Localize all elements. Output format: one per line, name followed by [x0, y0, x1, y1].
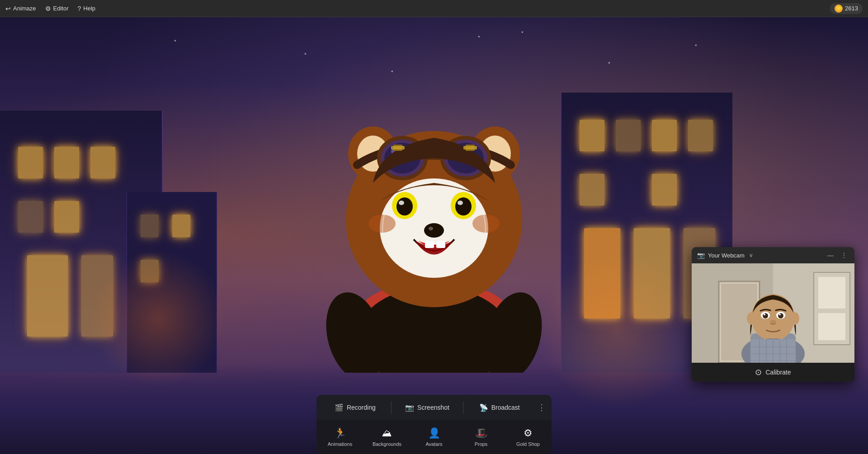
window-large [584, 228, 620, 318]
svg-point-50 [779, 314, 781, 315]
svg-point-25 [399, 201, 404, 205]
webcam-header-icon: 📷 [697, 252, 705, 259]
help-icon: ? [78, 5, 81, 12]
gold-coin-icon: 🪙 [835, 5, 843, 13]
window [141, 260, 159, 282]
window-large [81, 255, 113, 337]
broadcast-label: Broadcast [491, 404, 520, 411]
menu-editor-label: Editor [53, 5, 69, 12]
avatars-label: Avatars [425, 441, 442, 447]
svg-point-53 [790, 312, 799, 325]
nav-props[interactable]: 🎩 Props [458, 424, 505, 450]
backgrounds-label: Backgrounds [373, 441, 401, 447]
props-icon: 🎩 [475, 427, 487, 439]
window-large [634, 228, 670, 318]
svg-point-26 [458, 201, 463, 205]
webcam-title: 📷 Your Webcam ∨ [697, 252, 753, 259]
broadcast-icon: 📡 [479, 403, 488, 412]
nav-animations[interactable]: 🏃 Animations [316, 424, 363, 450]
star: ✦ [608, 61, 611, 65]
backgrounds-icon: ⛰ [382, 427, 392, 439]
divider [463, 401, 463, 414]
webcam-header: 📷 Your Webcam ∨ — ⋮ [692, 247, 854, 263]
svg-point-47 [763, 313, 768, 318]
avatar-svg [303, 56, 565, 373]
star: ✦ [694, 43, 698, 47]
menu-animaze-label: Animaze [13, 5, 36, 12]
svg-point-23 [396, 197, 413, 215]
action-bar-more-button[interactable]: ⋮ [535, 401, 548, 414]
window [54, 147, 79, 178]
broadcast-button[interactable]: 📡 Broadcast [464, 400, 534, 416]
svg-point-52 [747, 312, 756, 325]
action-bar: 🎬 Recording 📷 Screenshot 📡 Broadcast ⋮ [316, 395, 552, 420]
webcam-more-button[interactable]: ⋮ [839, 251, 849, 260]
menu-bar-right: 🪙 2613 [830, 3, 863, 14]
nav-backgrounds[interactable]: ⛰ Backgrounds [363, 424, 410, 450]
window-large [27, 255, 68, 337]
editor-icon: ⚙ [45, 5, 51, 12]
menu-help[interactable]: ? Help [78, 5, 96, 12]
svg-point-27 [424, 223, 444, 238]
gold-shop-label: Gold Shop [516, 441, 540, 447]
animations-icon: 🏃 [334, 427, 346, 439]
svg-rect-20 [463, 146, 477, 150]
window [172, 215, 190, 237]
webcam-person-svg [692, 263, 854, 363]
window [652, 174, 677, 206]
menu-bar: ↩ Animaze ⚙ Editor ? Help 🪙 2613 [0, 0, 868, 17]
webcam-footer[interactable]: ⊙ Calibrate [692, 363, 854, 382]
avatars-icon: 👤 [428, 427, 440, 439]
avatar-container [280, 34, 588, 373]
window [18, 147, 43, 178]
recording-label: Recording [347, 404, 376, 411]
svg-rect-30 [436, 241, 445, 248]
gold-badge[interactable]: 🪙 2613 [830, 3, 863, 14]
svg-rect-39 [818, 313, 845, 340]
svg-point-28 [429, 227, 433, 230]
toolbar-container: 🎬 Recording 📷 Screenshot 📡 Broadcast ⋮ 🏃… [316, 395, 552, 454]
screenshot-label: Screenshot [417, 404, 449, 411]
screenshot-button[interactable]: 📷 Screenshot [392, 400, 462, 416]
nav-gold-shop[interactable]: ⚙ Gold Shop [505, 424, 552, 450]
menu-help-label: Help [83, 5, 95, 12]
window [90, 147, 115, 178]
svg-point-24 [455, 197, 472, 215]
webcam-minimize-button[interactable]: — [826, 251, 835, 260]
divider [391, 401, 392, 414]
props-label: Props [475, 441, 488, 447]
svg-rect-38 [818, 277, 845, 309]
window [18, 201, 43, 233]
window [141, 215, 159, 237]
window [688, 120, 713, 151]
webcam-controls: — ⋮ [826, 251, 849, 260]
calibrate-label: Calibrate [765, 369, 791, 376]
webcam-title-text: Your Webcam [708, 252, 745, 259]
gold-count: 2613 [845, 5, 858, 12]
menu-bar-left: ↩ Animaze ⚙ Editor ? Help [5, 5, 830, 12]
screenshot-icon: 📷 [405, 403, 414, 412]
menu-editor[interactable]: ⚙ Editor [45, 5, 69, 12]
gold-shop-icon: ⚙ [524, 427, 533, 439]
webcam-chevron-icon[interactable]: ∨ [749, 252, 753, 258]
window [616, 120, 641, 151]
svg-rect-29 [425, 241, 434, 248]
svg-rect-19 [391, 146, 405, 150]
star: ✦ [174, 39, 177, 43]
recording-icon: 🎬 [335, 403, 344, 412]
recording-button[interactable]: 🎬 Recording [320, 400, 390, 416]
window [54, 201, 79, 233]
nav-avatars[interactable]: 👤 Avatars [410, 424, 458, 450]
menu-animaze[interactable]: ↩ Animaze [5, 5, 36, 12]
nav-bar: 🏃 Animations ⛰ Backgrounds 👤 Avatars 🎩 P… [316, 420, 552, 454]
animaze-icon: ↩ [5, 5, 11, 12]
svg-point-44 [751, 294, 795, 341]
building-mid-left [127, 192, 217, 373]
calibrate-icon: ⊙ [755, 367, 762, 377]
animations-label: Animations [328, 441, 352, 447]
main-canvas: ✦ ✦ ✦ ✦ ✦ ✦ ✦ [0, 17, 868, 454]
webcam-video [692, 263, 854, 363]
webcam-panel: 📷 Your Webcam ∨ — ⋮ [692, 247, 854, 382]
window [652, 120, 677, 151]
svg-point-48 [778, 313, 783, 318]
